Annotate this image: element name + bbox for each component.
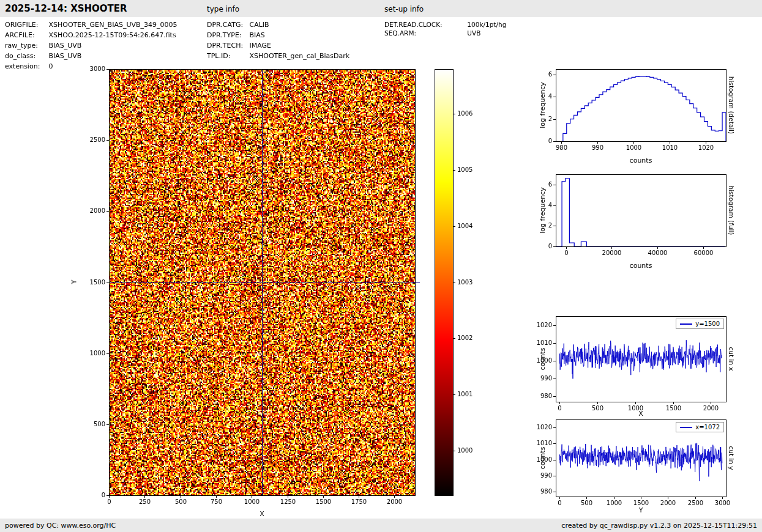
hist-full-ylabel: log frequency <box>539 187 547 233</box>
meta-value: XSHOO.2025-12-15T09:54:26.647.fits <box>49 31 176 39</box>
page-title: 2025-12-14: XSHOOTER <box>5 3 127 14</box>
meta-row-seq-arm: SEQ.ARM: UVB <box>384 29 480 37</box>
setup-info-heading: set-up info <box>384 5 424 13</box>
meta-label: TPL.ID: <box>207 52 247 60</box>
legend-line-icon <box>680 427 692 428</box>
meta-label: raw_type: <box>5 42 47 50</box>
meta-row-dpr-tech: DPR.TECH: IMAGE <box>207 42 271 50</box>
footer-right-text: created by qc_rawdisp.py v1.2.3 on 2025-… <box>561 522 757 530</box>
meta-row-raw-type: raw_type: BIAS_UVB <box>5 42 81 50</box>
hist-full-xlabel: counts <box>630 262 652 270</box>
meta-label: ORIGFILE: <box>5 21 47 29</box>
meta-label: DET.READ.CLOCK: <box>384 21 465 28</box>
cut-y-ylabel: counts <box>539 447 547 470</box>
meta-row-extension: extension: 0 <box>5 62 53 70</box>
hist-detail-right-label: histogram (detail) <box>728 76 735 134</box>
legend-line-icon <box>680 323 692 325</box>
meta-value: BIAS_UVB <box>49 52 82 60</box>
legend-cut-x-label: y=1500 <box>695 320 720 327</box>
cut-x-xlabel: X <box>638 410 643 418</box>
meta-value: UVB <box>467 29 480 37</box>
meta-row-tpl-id: TPL.ID: XSHOOTER_gen_cal_BiasDark <box>207 52 349 60</box>
meta-label: ARCFILE: <box>5 31 47 39</box>
bias-ylabel: Y <box>70 280 78 284</box>
header-bar: 2025-12-14: XSHOOTER type info set-up in… <box>0 0 762 17</box>
meta-value: XSHOOTER_GEN_BIAS_UVB_349_0005 <box>49 21 177 29</box>
meta-row-dpr-catg: DPR.CATG: CALIB <box>207 21 269 29</box>
meta-label: DPR.CATG: <box>207 21 247 29</box>
type-info-heading: type info <box>207 5 239 13</box>
cut-x-ylabel: counts <box>539 348 547 371</box>
hist-full-right-label: histogram (full) <box>728 186 735 235</box>
meta-label: SEQ.ARM: <box>384 29 465 37</box>
legend-cut-y: x=1072 <box>676 422 724 432</box>
meta-value: XSHOOTER_gen_cal_BiasDark <box>250 52 350 60</box>
cut-y-right-label: cut in y <box>728 446 735 470</box>
meta-value: CALIB <box>250 21 269 29</box>
meta-row-dpr-type: DPR.TYPE: BIAS <box>207 31 265 39</box>
hist-detail-ylabel: log frequency <box>539 82 547 128</box>
meta-value: BIAS_UVB <box>49 42 82 50</box>
meta-row-origfile: ORIGFILE: XSHOOTER_GEN_BIAS_UVB_349_0005 <box>5 21 177 29</box>
cut-x-right-label: cut in x <box>728 347 735 371</box>
meta-value: 0 <box>49 62 53 70</box>
meta-row-do-class: do_class: BIAS_UVB <box>5 52 81 60</box>
hist-detail-xlabel: counts <box>630 157 652 164</box>
meta-row-read-clock: DET.READ.CLOCK: 100k/1pt/hg <box>384 21 506 28</box>
meta-row-arcfile: ARCFILE: XSHOO.2025-12-15T09:54:26.647.f… <box>5 31 176 39</box>
cut-y-xlabel: Y <box>639 506 643 514</box>
meta-value: 100k/1pt/hg <box>467 21 506 28</box>
meta-value: BIAS <box>250 31 265 39</box>
legend-cut-y-label: x=1072 <box>695 424 720 430</box>
meta-label: DPR.TYPE: <box>207 31 247 39</box>
legend-cut-x: y=1500 <box>676 319 724 329</box>
meta-value: IMAGE <box>250 42 272 50</box>
bias-xlabel: X <box>260 510 264 518</box>
meta-label: do_class: <box>5 52 47 60</box>
meta-label: extension: <box>5 62 47 70</box>
footer-bar: powered by QC: www.eso.org/HC created by… <box>0 519 762 532</box>
footer-left-text: powered by QC: www.eso.org/HC <box>5 522 116 530</box>
meta-label: DPR.TECH: <box>207 42 247 50</box>
